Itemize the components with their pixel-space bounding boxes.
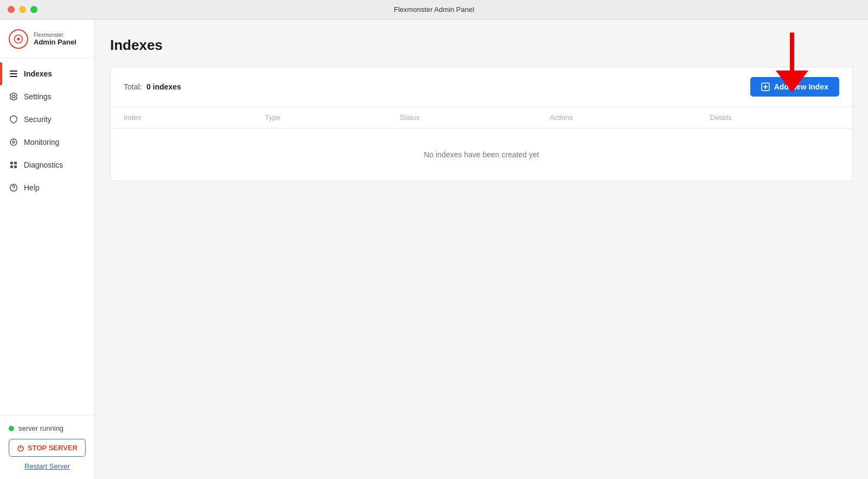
sidebar-item-monitoring-label: Monitoring	[24, 138, 59, 146]
page-title: Indexes	[110, 37, 853, 54]
col-details: Details	[697, 107, 852, 129]
logo-bottom-text: Admin Panel	[34, 38, 76, 47]
svg-rect-8	[10, 162, 13, 164]
table-body: No indexes have been created yet	[111, 129, 852, 181]
table-head: Index Type Status Actions Details	[111, 107, 852, 129]
plus-icon	[761, 82, 770, 91]
maximize-button[interactable]	[30, 6, 37, 13]
sidebar-footer: server running STOP SERVER Restart Serve…	[0, 415, 94, 479]
minimize-button[interactable]	[19, 6, 26, 13]
stop-server-button[interactable]: STOP SERVER	[9, 439, 86, 457]
card-header: Total: 0 indexes Add New Index	[111, 67, 852, 107]
settings-icon	[9, 92, 18, 101]
empty-state-message: No indexes have been created yet	[111, 129, 852, 181]
sidebar-item-diagnostics-label: Diagnostics	[24, 161, 63, 169]
sidebar: Flexmonster Admin Panel Indexes	[0, 20, 95, 479]
server-status-label: server running	[18, 424, 63, 432]
sidebar-item-monitoring[interactable]: Monitoring	[0, 131, 94, 154]
total-count: 0 indexes	[146, 82, 181, 91]
svg-point-6	[12, 141, 15, 143]
status-dot	[9, 426, 14, 431]
empty-state-row: No indexes have been created yet	[111, 129, 852, 181]
col-index: Index	[111, 107, 252, 129]
window-title: Flexmonster Admin Panel	[394, 5, 474, 14]
svg-point-4	[12, 95, 15, 98]
diagnostics-icon	[9, 160, 18, 170]
sidebar-item-help-label: Help	[24, 183, 40, 192]
table-container: Index Type Status Actions Details No ind…	[111, 107, 852, 181]
svg-point-13	[13, 189, 14, 189]
sidebar-item-settings-label: Settings	[24, 92, 52, 101]
svg-rect-2	[10, 73, 17, 74]
logo-icon	[9, 29, 28, 49]
svg-rect-11	[14, 165, 17, 168]
app-layout: Flexmonster Admin Panel Indexes	[0, 20, 868, 479]
indexes-card: Total: 0 indexes Add New Index	[110, 67, 853, 181]
indexes-table: Index Type Status Actions Details No ind…	[111, 107, 852, 181]
logo-top-text: Flexmonster	[34, 32, 76, 38]
indexes-icon	[9, 69, 18, 79]
total-label: Total:	[124, 82, 142, 91]
sidebar-item-indexes-label: Indexes	[24, 69, 52, 78]
svg-rect-9	[14, 162, 17, 164]
logo-text: Flexmonster Admin Panel	[34, 32, 76, 47]
col-status: Status	[387, 107, 537, 129]
col-actions: Actions	[537, 107, 697, 129]
server-status: server running	[9, 424, 86, 432]
window-controls	[8, 6, 37, 13]
sidebar-item-settings[interactable]: Settings	[0, 85, 94, 108]
sidebar-item-diagnostics[interactable]: Diagnostics	[0, 154, 94, 176]
sidebar-logo: Flexmonster Admin Panel	[0, 20, 94, 58]
main-content: Indexes Total: 0 indexes Add New Index	[95, 20, 868, 479]
close-button[interactable]	[8, 6, 15, 13]
svg-rect-10	[10, 165, 13, 168]
col-type: Type	[252, 107, 386, 129]
svg-rect-3	[10, 76, 17, 77]
help-icon	[9, 183, 18, 193]
add-new-index-label: Add New Index	[774, 82, 828, 91]
sidebar-item-help[interactable]: Help	[0, 176, 94, 199]
security-icon	[9, 114, 18, 124]
total-info: Total: 0 indexes	[124, 82, 181, 92]
table-header-row: Index Type Status Actions Details	[111, 107, 852, 129]
sidebar-nav: Indexes Settings Securi	[0, 58, 94, 415]
monitoring-icon	[9, 137, 18, 147]
title-bar: Flexmonster Admin Panel	[0, 0, 868, 20]
svg-rect-1	[10, 71, 17, 72]
stop-server-label: STOP SERVER	[28, 444, 78, 452]
restart-server-link[interactable]: Restart Server	[9, 462, 86, 470]
sidebar-item-indexes[interactable]: Indexes	[0, 62, 94, 85]
add-new-index-button[interactable]: Add New Index	[750, 77, 839, 97]
sidebar-item-security[interactable]: Security	[0, 108, 94, 131]
sidebar-item-security-label: Security	[24, 115, 52, 124]
power-icon	[17, 444, 24, 452]
